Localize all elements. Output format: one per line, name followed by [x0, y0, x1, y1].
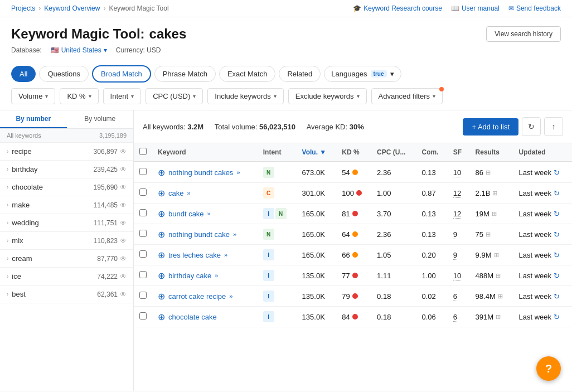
list-item[interactable]: ›birthday 239,425👁 — [0, 161, 133, 178]
send-feedback-link[interactable]: ✉ Send feedback — [508, 4, 561, 12]
intent-column-header[interactable]: Intent — [258, 143, 297, 162]
eye-icon[interactable]: 👁 — [120, 273, 127, 280]
add-keyword-icon[interactable]: ⊕ — [158, 167, 165, 178]
add-keyword-icon[interactable]: ⊕ — [158, 188, 165, 199]
sf-link[interactable]: 10 — [453, 168, 461, 177]
kd-filter[interactable]: KD % ▾ — [60, 88, 98, 104]
update-refresh-icon[interactable]: ↻ — [554, 251, 560, 259]
sf-link[interactable]: 6 — [453, 313, 457, 322]
keyword-link[interactable]: chocolate cake — [168, 313, 217, 321]
add-to-list-button[interactable]: + Add to list — [463, 118, 518, 135]
update-refresh-icon[interactable]: ↻ — [554, 210, 560, 218]
results-column-header[interactable]: Results — [470, 143, 513, 162]
list-item[interactable]: ›wedding 111,751👁 — [0, 214, 133, 232]
keyword-link[interactable]: birthday cake — [168, 272, 211, 280]
add-keyword-icon[interactable]: ⊕ — [158, 312, 165, 322]
database-selector[interactable]: 🇺🇸 United States ▾ — [51, 46, 107, 54]
eye-icon[interactable]: 👁 — [120, 219, 127, 227]
row-checkbox[interactable] — [139, 250, 147, 258]
update-refresh-icon[interactable]: ↻ — [554, 292, 560, 301]
sf-link[interactable]: 9 — [453, 251, 457, 260]
row-checkbox-cell[interactable] — [134, 265, 152, 286]
keyword-link[interactable]: nothing bundt cake — [168, 230, 230, 239]
keyword-link[interactable]: bundt cake — [168, 210, 204, 218]
intent-filter[interactable]: Intent ▾ — [103, 88, 142, 104]
updated-column-header[interactable]: Updated — [513, 143, 572, 162]
row-checkbox[interactable] — [139, 188, 147, 196]
row-checkbox[interactable] — [139, 230, 147, 237]
kd-column-header[interactable]: KD % — [336, 143, 371, 162]
refresh-button[interactable]: ↻ — [522, 117, 541, 136]
add-keyword-icon[interactable]: ⊕ — [158, 270, 165, 281]
exclude-keywords-filter[interactable]: Exclude keywords ▾ — [288, 88, 367, 104]
eye-icon[interactable]: 👁 — [120, 237, 127, 245]
row-checkbox[interactable] — [139, 271, 147, 278]
eye-icon[interactable]: 👁 — [120, 183, 127, 191]
keyword-link[interactable]: tres leches cake — [168, 251, 221, 259]
add-keyword-icon[interactable]: ⊕ — [158, 229, 165, 240]
row-checkbox-cell[interactable] — [134, 183, 152, 204]
sf-link[interactable]: 12 — [453, 210, 461, 219]
keyword-column-header[interactable]: Keyword — [152, 143, 258, 162]
keyword-link[interactable]: nothing bundt cakes — [168, 168, 233, 177]
row-checkbox[interactable] — [139, 209, 147, 216]
tab-related[interactable]: Related — [279, 66, 321, 82]
select-all-checkbox[interactable] — [139, 148, 147, 155]
update-refresh-icon[interactable]: ↻ — [554, 313, 560, 321]
eye-icon[interactable]: 👁 — [120, 255, 127, 263]
select-all-header[interactable] — [134, 143, 152, 162]
advanced-filters-button[interactable]: Advanced filters ▾ — [371, 88, 443, 104]
sf-link[interactable]: 10 — [453, 272, 461, 280]
row-checkbox[interactable] — [139, 292, 147, 299]
list-item[interactable]: ›chocolate 195,690👁 — [0, 178, 133, 196]
view-search-history-button[interactable]: View search history — [486, 26, 561, 42]
export-button[interactable]: ↑ — [544, 117, 563, 136]
eye-icon[interactable]: 👁 — [120, 148, 127, 156]
sf-link[interactable]: 9 — [453, 230, 457, 239]
add-keyword-icon[interactable]: ⊕ — [158, 291, 165, 302]
eye-icon[interactable]: 👁 — [120, 201, 127, 209]
cpc-filter[interactable]: CPC (USD) ▾ — [146, 88, 203, 104]
tab-broad-match[interactable]: Broad Match — [92, 65, 151, 83]
help-button[interactable]: ? — [536, 356, 561, 381]
volume-filter[interactable]: Volume ▾ — [11, 88, 55, 104]
tab-all[interactable]: All — [11, 66, 36, 82]
com-column-header[interactable]: Com. — [416, 143, 447, 162]
list-item[interactable]: ›make 114,485👁 — [0, 196, 133, 214]
row-checkbox-cell[interactable] — [134, 224, 152, 245]
tab-languages[interactable]: Languages true ▾ — [324, 66, 401, 82]
include-keywords-filter[interactable]: Include keywords ▾ — [207, 88, 283, 104]
sf-column-header[interactable]: SF — [448, 143, 470, 162]
eye-icon[interactable]: 👁 — [120, 166, 127, 173]
add-keyword-icon[interactable]: ⊕ — [158, 209, 165, 219]
row-checkbox[interactable] — [139, 168, 147, 175]
row-checkbox-cell[interactable] — [134, 307, 152, 327]
tab-questions[interactable]: Questions — [39, 66, 89, 82]
sf-link[interactable]: 12 — [453, 189, 461, 198]
list-item[interactable]: ›mix 110,823👁 — [0, 232, 133, 250]
list-item[interactable]: ›cream 87,770👁 — [0, 250, 133, 268]
breadcrumb-projects[interactable]: Projects — [11, 4, 35, 12]
sort-by-number-btn[interactable]: By number — [0, 110, 67, 128]
list-item[interactable]: ›best 62,361👁 — [0, 285, 133, 303]
keyword-link[interactable]: carrot cake recipe — [168, 292, 226, 301]
update-refresh-icon[interactable]: ↻ — [554, 230, 560, 239]
update-refresh-icon[interactable]: ↻ — [554, 189, 560, 197]
row-checkbox-cell[interactable] — [134, 286, 152, 307]
cpc-column-header[interactable]: CPC (U... — [371, 143, 416, 162]
sf-link[interactable]: 6 — [453, 292, 457, 301]
list-item[interactable]: ›recipe 306,897👁 — [0, 143, 133, 161]
list-item[interactable]: ›ice 74,222👁 — [0, 268, 133, 285]
tab-exact-match[interactable]: Exact Match — [219, 66, 276, 82]
keyword-research-course-link[interactable]: 🎓 Keyword Research course — [353, 4, 442, 12]
keyword-link[interactable]: cake — [168, 189, 183, 197]
eye-icon[interactable]: 👁 — [120, 291, 127, 298]
row-checkbox-cell[interactable] — [134, 162, 152, 183]
update-refresh-icon[interactable]: ↻ — [554, 272, 560, 280]
add-keyword-icon[interactable]: ⊕ — [158, 250, 165, 260]
row-checkbox-cell[interactable] — [134, 245, 152, 265]
row-checkbox-cell[interactable] — [134, 204, 152, 224]
sort-by-volume-btn[interactable]: By volume — [67, 110, 134, 128]
row-checkbox[interactable] — [139, 312, 147, 320]
user-manual-link[interactable]: 📖 User manual — [451, 4, 500, 12]
